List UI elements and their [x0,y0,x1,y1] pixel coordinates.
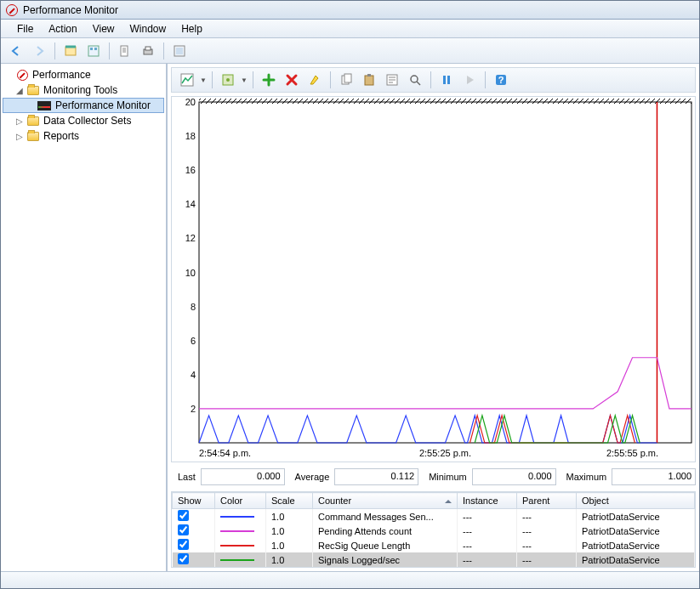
svg-text:2:55:55 p.m.: 2:55:55 p.m. [606,448,658,458]
svg-rect-18 [443,76,446,84]
menu-view[interactable]: View [85,20,122,37]
folder-icon [27,86,39,95]
print-button[interactable] [138,41,158,61]
show-checkbox[interactable] [178,553,189,564]
help-button[interactable]: ? [491,70,511,90]
col-instance[interactable]: Instance [458,493,517,509]
copy-button[interactable] [336,70,356,90]
menu-action[interactable]: Action [41,20,84,37]
col-counter[interactable]: Counter [313,493,458,509]
svg-text:16: 16 [185,165,196,175]
svg-text:6: 6 [191,336,196,346]
tree-label: Performance [31,69,93,81]
show-checkbox[interactable] [178,510,189,521]
average-value: 0.112 [334,468,418,485]
back-button[interactable] [6,41,26,61]
average-label: Average [288,472,332,482]
svg-rect-4 [121,46,128,56]
instance-cell: --- [458,538,517,552]
navigation-tree[interactable]: Performance ◢ Monitoring Tools Performan… [1,64,168,571]
svg-rect-2 [90,48,93,50]
counter-cell: Signals Logged/sec [313,552,458,567]
last-label: Last [171,472,197,482]
tree-twisty-open-icon[interactable]: ◢ [14,86,25,95]
col-show[interactable]: Show [173,493,215,509]
col-scale[interactable]: Scale [266,493,313,509]
svg-rect-23 [199,99,691,104]
main-toolbar [1,38,699,64]
table-row[interactable]: 1.0Pending Attends count------PatriotDat… [173,524,695,538]
folder-icon [27,116,39,126]
show-cell[interactable] [173,552,215,567]
counter-cell: Command Messages Sen... [313,509,458,524]
tree-reports[interactable]: ▷ Reports [3,128,164,144]
show-cell[interactable] [173,524,215,538]
show-checkbox[interactable] [178,539,189,550]
parent-cell: --- [517,509,577,524]
show-hide-tree-button[interactable] [60,41,81,61]
counter-table[interactable]: Show Color Scale Counter Instance Parent… [171,491,696,568]
scale-cell: 1.0 [266,524,313,538]
perfmon-icon [37,101,51,110]
add-counter-button[interactable] [259,70,279,90]
svg-text:10: 10 [185,268,196,278]
performance-chart[interactable]: 24681012141618202:54:54 p.m.2:55:25 p.m.… [172,97,695,462]
refresh-button[interactable] [169,41,190,61]
object-cell: PatriotDataService [577,509,695,524]
view-log-button[interactable] [218,70,238,90]
export-button[interactable] [115,41,135,61]
highlight-button[interactable] [304,70,325,90]
show-cell[interactable] [173,538,215,552]
tree-label: Performance Monitor [54,99,152,111]
svg-point-11 [226,78,230,82]
app-window: Performance Monitor File Action View Win… [0,0,700,589]
view-chart-button[interactable] [177,70,197,90]
color-cell [215,509,266,524]
svg-text:2:54:54 p.m.: 2:54:54 p.m. [199,448,251,458]
tree-twisty-closed-icon[interactable]: ▷ [14,116,25,126]
tree-label: Data Collector Sets [42,115,133,127]
menu-window[interactable]: Window [122,20,174,37]
table-row[interactable]: 1.0RecSig Queue Length------PatriotDataS… [173,538,695,552]
folder-icon [27,132,39,141]
show-cell[interactable] [173,509,215,524]
properties-button[interactable] [83,41,104,61]
col-parent[interactable]: Parent [517,493,577,509]
col-object[interactable]: Object [577,493,695,509]
svg-text:8: 8 [191,302,196,312]
app-icon [6,4,18,16]
tree-twisty-closed-icon[interactable]: ▷ [14,132,25,141]
tree-root-performance[interactable]: Performance [3,67,164,82]
counter-cell: Pending Attends count [313,524,458,538]
table-row[interactable]: 1.0Signals Logged/sec------PatriotDataSe… [173,552,695,567]
svg-text:4: 4 [191,370,196,380]
tree-data-collector-sets[interactable]: ▷ Data Collector Sets [3,113,164,128]
col-color[interactable]: Color [215,493,266,509]
tree-performance-monitor[interactable]: Performance Monitor [3,98,164,113]
parent-cell: --- [517,524,577,538]
color-cell [215,524,266,538]
tree-monitoring-tools[interactable]: ◢ Monitoring Tools [3,82,164,98]
maximum-value: 1.000 [612,468,696,485]
object-cell: PatriotDataService [577,552,695,567]
menu-help[interactable]: Help [174,20,210,37]
color-cell [215,538,266,552]
color-cell [215,552,266,567]
parent-cell: --- [517,538,577,552]
scale-cell: 1.0 [266,538,313,552]
properties-chart-button[interactable] [382,70,402,90]
paste-button[interactable] [359,70,379,90]
show-checkbox[interactable] [178,524,189,535]
instance-cell: --- [458,509,517,524]
svg-text:20: 20 [185,97,196,107]
svg-text:2:55:25 p.m.: 2:55:25 p.m. [419,448,471,458]
delete-counter-button[interactable] [282,70,302,90]
freeze-button[interactable] [436,70,457,90]
table-row[interactable]: 1.0Command Messages Sen...------PatriotD… [173,509,695,524]
menu-file[interactable]: File [9,20,41,37]
titlebar[interactable]: Performance Monitor [1,1,699,20]
statusbar [1,571,699,588]
chart-area[interactable]: 24681012141618202:54:54 p.m.2:55:25 p.m.… [171,96,696,462]
window-title: Performance Monitor [23,4,118,16]
zoom-button[interactable] [405,70,425,90]
